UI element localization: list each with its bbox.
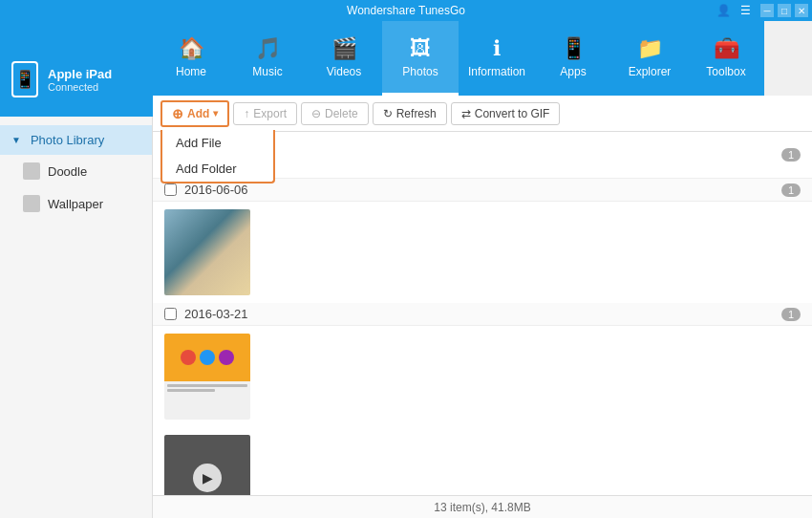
nav-home[interactable]: 🏠 Home [153,21,229,96]
menu-icon[interactable]: ☰ [740,4,751,17]
add-button[interactable]: ⊕ Add ▾ [160,100,229,127]
refresh-label: Refresh [396,107,437,120]
wallpaper-label: Wallpaper [48,197,103,211]
add-file-item[interactable]: Add File [162,130,273,156]
dot-red [181,350,196,365]
window-controls[interactable]: 👤 ☰ ─ □ ✕ [716,4,808,17]
delete-icon: ⊖ [311,107,321,120]
home-icon: 🏠 [179,36,204,61]
delete-label: Delete [325,107,358,120]
nav-photos-label: Photos [402,65,438,78]
title-bar: Wondershare TunesGo 👤 ☰ ─ □ ✕ [0,0,812,21]
export-icon: ↑ [244,107,249,120]
nav-music-label: Music [252,65,282,78]
play-button: ▶ [193,464,222,492]
status-text: 13 item(s), 41.8MB [434,501,530,514]
nav-explorer[interactable]: 📁 Explorer [611,21,688,96]
doodle-thumb [23,162,40,180]
add-folder-label: Add Folder [176,162,237,176]
add-label: Add [187,107,209,120]
nav-apps-label: Apps [560,65,586,78]
count-badge-2016-06-06: 1 [781,183,801,197]
thumbnails-2016-03-21 [153,326,812,427]
photo-thumb-colorful[interactable] [164,334,250,420]
colorful-top [164,334,250,381]
delete-button[interactable]: ⊖ Delete [301,102,369,125]
device-icon: 📱 [11,61,38,97]
convert-icon: ⇄ [461,107,471,120]
partial-count-badge: 1 [781,148,801,162]
device-info: 📱 Apple iPad Connected [0,42,153,117]
date-label-2016-06-06: 2016-06-06 [184,183,248,197]
nav-home-label: Home [176,65,206,78]
information-icon: ℹ [493,36,501,61]
close-button[interactable]: ✕ [795,4,808,17]
device-name: Apple iPad [48,67,112,81]
add-folder-item[interactable]: Add Folder [162,156,273,182]
status-bar: 13 item(s), 41.8MB [153,495,812,518]
export-button[interactable]: ↑ Export [233,102,297,125]
nav-photos[interactable]: 🖼 Photos [382,21,459,96]
add-file-label: Add File [176,136,222,150]
nav-videos[interactable]: 🎬 Videos [306,21,382,96]
group-checkbox-2016-03-21[interactable] [164,308,177,320]
nav-explorer-label: Explorer [629,65,672,78]
colorful-bottom [164,381,250,421]
wallpaper-thumb [23,195,40,212]
group-header-2016-03-21: 2016-03-21 1 [153,303,812,326]
add-dropdown: Add File Add Folder [160,130,275,183]
sidebar: Camera Roll ▼ Photo Library Doodle Wallp… [0,96,153,518]
photo-library-label: Photo Library [31,133,104,147]
group-checkbox-2016-06-06[interactable] [164,183,177,196]
thumbnails-2016-06-06 [153,202,812,303]
photo-content: 1 2016-06-06 1 2016-03-21 1 [153,132,812,495]
convert-label: Convert to GIF [475,107,550,120]
photo-thumb-video[interactable]: ▶ [164,435,250,495]
photos-icon: 🖼 [410,36,431,61]
app-title: Wondershare TunesGo [347,4,465,17]
dot-blue [200,350,215,365]
convert-button[interactable]: ⇄ Convert to GIF [451,102,561,125]
nav-apps[interactable]: 📱 Apps [535,21,611,96]
sidebar-item-doodle[interactable]: Doodle [0,155,152,187]
apps-icon: 📱 [561,36,587,61]
street-photo [164,209,250,295]
date-label-2016-03-21: 2016-03-21 [184,307,248,321]
nav-toolbox[interactable]: 🧰 Toolbox [688,21,764,96]
colorful-photo [164,334,250,420]
add-plus-icon: ⊕ [172,106,183,121]
chevron-icon: ▼ [11,135,21,145]
add-dropdown-arrow: ▾ [213,108,218,119]
nav-music[interactable]: 🎵 Music [229,21,306,96]
content-area: ⊕ Add ▾ Add File Add Folder ↑ Export ⊖ D… [153,96,812,518]
video-thumb: ▶ [164,435,250,495]
maximize-button[interactable]: □ [778,4,791,17]
main-layout: Camera Roll ▼ Photo Library Doodle Wallp… [0,96,812,518]
count-badge-2016-03-21: 1 [781,308,801,321]
toolbar: ⊕ Add ▾ Add File Add Folder ↑ Export ⊖ D… [153,96,812,132]
sidebar-item-photo-library[interactable]: ▼ Photo Library [0,125,152,155]
thumbnails-video: ▶ [153,427,812,495]
nav-videos-label: Videos [327,65,361,78]
sidebar-item-wallpaper[interactable]: Wallpaper [0,187,152,220]
nav-information-label: Information [468,65,525,78]
refresh-button[interactable]: ↻ Refresh [373,102,447,125]
user-icon[interactable]: 👤 [716,4,731,17]
nav-toolbox-label: Toolbox [706,65,745,78]
dot-purple [219,350,234,365]
export-label: Export [253,107,287,120]
toolbox-icon: 🧰 [714,36,739,61]
photo-thumb-street[interactable] [164,209,250,295]
device-status: Connected [48,81,112,93]
videos-icon: 🎬 [331,36,357,61]
refresh-icon: ↻ [383,107,393,120]
explorer-icon: 📁 [637,36,663,61]
minimize-button[interactable]: ─ [760,4,774,17]
nav-information[interactable]: ℹ Information [459,21,535,96]
doodle-label: Doodle [48,164,87,179]
music-icon: 🎵 [255,36,281,61]
